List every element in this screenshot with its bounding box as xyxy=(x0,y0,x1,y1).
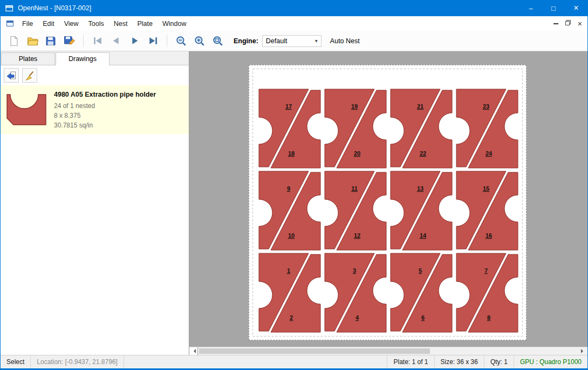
replace-drawing-button[interactable] xyxy=(4,68,19,83)
nest-pair: 1920 xyxy=(325,89,386,168)
new-button[interactable] xyxy=(6,33,22,49)
part-number-label: 15 xyxy=(483,185,489,192)
right-arrow-icon xyxy=(581,349,585,353)
horizontal-scrollbar[interactable] xyxy=(189,347,587,355)
part-number-label: 20 xyxy=(354,150,360,157)
engine-select[interactable]: Default ▾ xyxy=(262,35,322,47)
drawing-nested-count: 24 of 1 nested xyxy=(54,101,156,111)
nest-plate-svg: 171819202122232491011121314151612345678 xyxy=(249,65,526,340)
menu-bar: File Edit View Tools Nest Plate Window × xyxy=(1,16,587,31)
left-arrow-icon xyxy=(192,349,196,353)
drawing-list-item[interactable]: 4980 A05 Extraction pipe holder 24 of 1 … xyxy=(1,85,189,134)
import-arrow-icon xyxy=(6,70,17,81)
engine-value: Default xyxy=(266,37,288,45)
next-arrow-icon xyxy=(129,35,140,46)
part-number-label: 19 xyxy=(351,103,358,110)
drawings-toolbar xyxy=(1,65,189,85)
save-as-button[interactable] xyxy=(61,33,77,49)
first-arrow-icon xyxy=(92,35,104,46)
part-number-label: 9 xyxy=(287,185,290,192)
menu-view[interactable]: View xyxy=(59,17,84,30)
auto-nest-button[interactable]: Auto Nest xyxy=(330,37,360,45)
zoom-in-button[interactable] xyxy=(192,33,208,49)
nest-canvas[interactable]: 171819202122232491011121314151612345678 xyxy=(189,51,587,355)
title-bar: OpenNest - [N0317-002] – □ × xyxy=(1,0,587,16)
menu-plate[interactable]: Plate xyxy=(132,17,158,30)
part-number-label: 10 xyxy=(288,232,295,239)
mdi-close-icon[interactable]: × xyxy=(578,20,582,28)
part-number-label: 22 xyxy=(420,150,426,157)
previous-plate-button[interactable] xyxy=(108,33,124,49)
drawing-title: 4980 A05 Extraction pipe holder xyxy=(54,91,156,98)
zoom-fit-button[interactable] xyxy=(210,33,226,49)
save-button[interactable] xyxy=(43,33,59,49)
save-edit-icon xyxy=(63,35,76,47)
part-number-label: 23 xyxy=(483,103,489,110)
app-window: OpenNest - [N0317-002] – □ × File Edit V… xyxy=(0,0,588,370)
drawing-size: 8 x 8.375 xyxy=(54,111,156,120)
tab-plates[interactable]: Plates xyxy=(1,52,55,65)
zoom-fit-icon xyxy=(212,35,224,47)
nest-pair: 1112 xyxy=(325,171,386,250)
close-button[interactable]: × xyxy=(565,0,587,16)
part-number-label: 1 xyxy=(287,267,290,274)
toolbar-separator xyxy=(167,35,167,47)
status-location: Location: [-0.9437, 21.8796] xyxy=(31,355,124,368)
part-number-label: 18 xyxy=(288,150,295,157)
maximize-button[interactable]: □ xyxy=(542,0,565,16)
part-number-label: 24 xyxy=(486,150,493,157)
part-number-label: 3 xyxy=(353,267,356,274)
engine-label: Engine: xyxy=(234,37,258,45)
part-number-label: 4 xyxy=(355,314,359,321)
window-title: OpenNest - [N0317-002] xyxy=(18,4,91,12)
tab-drawings[interactable]: Drawings xyxy=(56,52,110,65)
toolbar-separator xyxy=(83,35,84,47)
part-number-label: 17 xyxy=(285,103,292,110)
menu-nest[interactable]: Nest xyxy=(109,17,133,30)
plate: 171819202122232491011121314151612345678 xyxy=(249,65,527,340)
drawing-area: 30.7815 sq/in xyxy=(54,120,156,130)
status-plate: Plate: 1 of 1 xyxy=(387,355,434,368)
part-number-label: 21 xyxy=(417,103,423,110)
nest-pair: 56 xyxy=(391,253,452,332)
status-gpu: GPU : Quadro P1000 xyxy=(514,355,587,368)
part-number-label: 12 xyxy=(354,232,360,239)
nest-pair: 1314 xyxy=(391,171,452,250)
scroll-right-button[interactable] xyxy=(579,347,587,355)
clean-button[interactable] xyxy=(22,68,37,83)
app-icon xyxy=(5,4,13,12)
minimize-button[interactable]: – xyxy=(519,0,542,16)
new-file-icon xyxy=(8,35,20,47)
zoom-out-icon xyxy=(175,35,187,47)
menu-tools[interactable]: Tools xyxy=(84,17,109,30)
menu-file[interactable]: File xyxy=(17,17,38,30)
part-number-label: 6 xyxy=(421,314,425,321)
open-button[interactable] xyxy=(24,33,40,49)
left-panel: Plates Drawings xyxy=(1,51,189,355)
part-number-label: 2 xyxy=(290,314,293,321)
mdi-restore-icon[interactable] xyxy=(565,19,571,28)
first-plate-button[interactable] xyxy=(90,33,106,49)
menu-edit[interactable]: Edit xyxy=(38,17,59,30)
last-plate-button[interactable] xyxy=(145,33,161,49)
drawing-info: 4980 A05 Extraction pipe holder 24 of 1 … xyxy=(54,89,156,130)
menu-window[interactable]: Window xyxy=(158,17,191,30)
content-area: Plates Drawings xyxy=(1,51,587,355)
document-icon[interactable] xyxy=(6,19,14,28)
status-bar: Select Location: [-0.9437, 21.8796] Plat… xyxy=(1,355,587,368)
mdi-minimize-icon[interactable] xyxy=(553,23,558,24)
zoom-out-button[interactable] xyxy=(173,33,189,49)
save-icon xyxy=(45,35,57,47)
scroll-left-button[interactable] xyxy=(189,347,198,355)
nest-pair: 910 xyxy=(259,171,320,250)
status-size: Size: 36 x 36 xyxy=(434,355,484,368)
part-number-label: 7 xyxy=(484,267,488,274)
nest-pair: 1516 xyxy=(456,171,518,250)
part-number-label: 16 xyxy=(486,232,492,239)
last-arrow-icon xyxy=(147,35,159,46)
scrollbar-thumb[interactable] xyxy=(199,348,430,354)
next-plate-button[interactable] xyxy=(126,33,142,49)
status-qty: Qty: 1 xyxy=(484,355,514,368)
status-mode: Select xyxy=(1,355,31,368)
nest-pair: 78 xyxy=(456,253,518,332)
